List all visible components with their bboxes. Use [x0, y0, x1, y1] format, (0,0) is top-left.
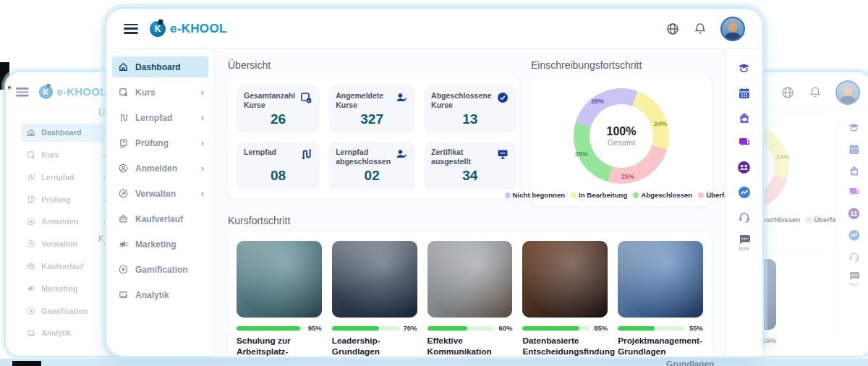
- brand-wordmark: e-KHOOL: [170, 22, 227, 36]
- more-icon[interactable]: More: [848, 271, 860, 286]
- bell-icon[interactable]: [693, 22, 707, 36]
- user-check-icon: [395, 148, 408, 166]
- home-icon: [26, 128, 35, 137]
- globe-icon[interactable]: [665, 22, 680, 36]
- avatar[interactable]: [835, 80, 860, 105]
- brand-logo[interactable]: K e-KHOOL: [39, 85, 107, 99]
- stat-card-path-completed: Lernpfad abgeschlossen 02: [328, 142, 415, 190]
- chevron-right-icon: ›: [201, 138, 204, 148]
- sidebar-item-verwalten[interactable]: Verwalten ›: [112, 183, 208, 204]
- sidebar-item-marketing[interactable]: Marketing: [21, 279, 109, 298]
- progress-value: 60%: [498, 324, 512, 332]
- courses-icon: [299, 91, 312, 110]
- graduation-cap-icon[interactable]: [736, 61, 752, 76]
- sidebar-item-kurs[interactable]: Kurs ›: [21, 145, 109, 164]
- graduation-cap-icon[interactable]: [847, 121, 861, 135]
- sidebar-item-gamification[interactable]: Gamification: [21, 302, 109, 320]
- growth-icon[interactable]: [737, 185, 752, 200]
- main-window: K e-KHOOL Dashboard: [105, 7, 764, 357]
- brand-badge-icon: K: [39, 85, 53, 99]
- manage-wrench-icon: [118, 188, 129, 199]
- exam-icon: [118, 137, 129, 148]
- chat-icon[interactable]: [737, 135, 752, 150]
- stat-card-enrolled-courses: Angemeldete Kurse 327: [328, 85, 415, 133]
- progress-track: [237, 326, 304, 331]
- bg-left-sidebar: Dashboard Kurs › Lernpfad › Prüfung › An…: [16, 117, 115, 343]
- sidebar-item-dashboard[interactable]: Dashboard: [21, 123, 109, 142]
- screen: { "brand": { "name": "e-KHOOL", "badge_l…: [0, 0, 868, 366]
- home-cloud-icon[interactable]: [847, 164, 860, 177]
- sidebar-item-marketing[interactable]: Marketing: [112, 234, 208, 255]
- brand-wordmark: e-KHOOL: [56, 85, 106, 98]
- sidebar-item-kaufverlauf[interactable]: Kaufverlauf: [21, 257, 109, 276]
- hamburger-menu-icon[interactable]: [124, 24, 138, 34]
- growth-icon[interactable]: [847, 229, 860, 242]
- sidebar-item-analytik[interactable]: Analytik: [21, 324, 109, 343]
- legend-nicht-begonnen: Nicht begonnen: [505, 191, 565, 199]
- certificate-icon: [496, 148, 509, 166]
- app-header: K e-KHOOL: [106, 9, 762, 49]
- globe-icon[interactable]: [780, 85, 795, 100]
- backdrop-dot: [8, 86, 11, 89]
- course-icon: [26, 150, 35, 159]
- sidebar-item-kaufverlauf[interactable]: Kaufverlauf: [112, 208, 208, 229]
- content-area: Übersicht Gesamtanzahl Kurse 26: [215, 49, 725, 357]
- bg-right-rail: More: [838, 113, 868, 333]
- progress-track: [427, 326, 495, 331]
- progress-track: [522, 326, 590, 331]
- hamburger-menu-icon[interactable]: [16, 88, 29, 96]
- sidebar-item-gamification[interactable]: Gamification: [112, 259, 208, 280]
- course-photo: [427, 241, 513, 318]
- sidebar-item-kurs[interactable]: Kurs ›: [112, 82, 208, 103]
- progress-fill: [522, 326, 579, 331]
- chevron-right-icon: ›: [201, 88, 204, 97]
- gamification-star-icon: [118, 264, 129, 275]
- learning-path-icon: [118, 112, 129, 123]
- backdrop-mark: [12, 361, 41, 366]
- course-card-entscheidungsfindung[interactable]: 85% Datenbasierte Entscheidungsfindung L…: [522, 241, 608, 357]
- home-icon: [118, 61, 129, 72]
- legend-abgeschlossen: Abgeschlossen: [633, 191, 692, 199]
- sidebar-item-dashboard[interactable]: Dashboard: [112, 56, 208, 77]
- support-headset-icon[interactable]: [737, 210, 752, 224]
- sidebar-item-pruefung[interactable]: Prüfung ›: [21, 190, 109, 209]
- course-card-leadership[interactable]: 70% Leadership-Grundlagen Letzte Aktivit…: [332, 241, 417, 357]
- home-cloud-icon[interactable]: [737, 111, 752, 125]
- learning-path-icon: [26, 172, 35, 182]
- bell-icon[interactable]: [808, 85, 822, 100]
- course-card-projektmanagement[interactable]: 55% Projektmanagement-Grundlagen Letzte …: [618, 241, 703, 357]
- calendar-icon[interactable]: [847, 142, 860, 156]
- community-icon[interactable]: [847, 207, 861, 221]
- stat-card-total-courses: Gesamtanzahl Kurse 26: [237, 85, 320, 133]
- sidebar-item-lernpfad[interactable]: Lernpfad ›: [112, 107, 208, 128]
- progress-value: 70%: [404, 324, 417, 332]
- calendar-icon[interactable]: [737, 86, 752, 101]
- avatar[interactable]: [720, 17, 745, 41]
- bg-slice-label: 24%: [776, 153, 789, 161]
- progress-fill: [237, 326, 300, 331]
- slice-label-abgeschlossen: 25%: [575, 150, 588, 158]
- course-icon: [118, 87, 129, 98]
- overview-title: Übersicht: [228, 59, 519, 71]
- sidebar-item-analytik[interactable]: Analytik: [112, 284, 208, 305]
- sidebar-item-lernpfad[interactable]: Lernpfad ›: [21, 168, 109, 187]
- enroll-user-icon: [118, 163, 129, 174]
- chat-icon[interactable]: [847, 185, 860, 198]
- course-card-compliance[interactable]: 95% Schulung zur Arbeitsplatz-Compliance…: [237, 241, 322, 357]
- sidebar-item-verwalten[interactable]: Verwalten ›: [21, 234, 109, 253]
- sidebar-item-anmelden[interactable]: Anmelden ›: [112, 158, 208, 179]
- course-card-kommunikation[interactable]: 60% Effektive Kommunikation Letzte Aktiv…: [427, 241, 513, 357]
- stat-card-learning-path: Lernpfad 08: [237, 142, 320, 190]
- enroll-user-icon: [26, 217, 35, 226]
- sidebar-item-anmelden[interactable]: Anmelden ›: [21, 213, 109, 231]
- learning-path-icon: [299, 148, 312, 161]
- slice-label-in-bearbeitung: 24%: [654, 120, 667, 127]
- more-icon[interactable]: More: [738, 234, 751, 251]
- briefcase-icon: [118, 213, 129, 224]
- brand-logo[interactable]: K e-KHOOL: [150, 21, 227, 37]
- bg-right-header: [780, 80, 860, 105]
- sidebar-item-pruefung[interactable]: Prüfung ›: [112, 132, 208, 153]
- donut-center-label: Gesamt: [608, 138, 636, 147]
- community-icon[interactable]: [736, 160, 752, 175]
- support-headset-icon[interactable]: [847, 250, 860, 263]
